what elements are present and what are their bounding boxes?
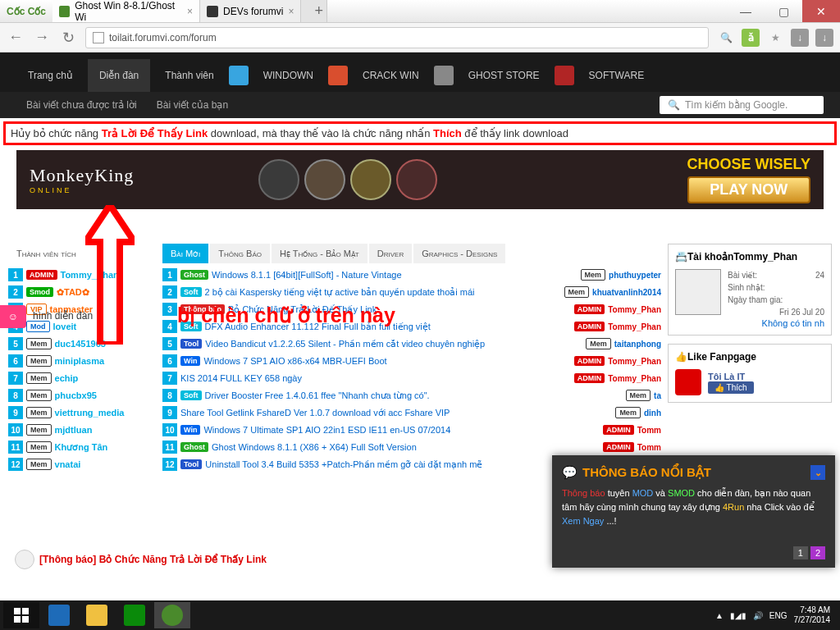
nav-ghoststore[interactable]: GHOST STORE — [457, 59, 551, 92]
nav-crackwin[interactable]: CRACK WIN — [351, 59, 431, 92]
tab-new[interactable]: Bài Mới — [162, 244, 208, 263]
topic-author[interactable]: dinh — [644, 409, 661, 418]
savior-icon[interactable]: ǎ — [742, 29, 760, 47]
new-tab-button[interactable]: + — [301, 0, 327, 22]
profile-pm[interactable]: Không có tin nh — [675, 318, 824, 328]
browser-tab-active[interactable]: Ghost Win 8-8.1/Ghost Wi × — [52, 0, 200, 22]
topic-row[interactable]: 10WinWindows 7 Ultimate SP1 AIO 22in1 ES… — [162, 422, 661, 438]
download2-icon[interactable]: ↓ — [815, 29, 833, 47]
topic-author[interactable]: Tomm — [637, 426, 661, 435]
download-icon[interactable]: ↓ — [791, 29, 809, 47]
nav-forum[interactable]: Diễn đàn — [88, 59, 150, 92]
topic-title[interactable]: Windows 7 Ultimate SP1 AIO 22in1 ESD IE1… — [203, 425, 600, 435]
topic-author[interactable]: Tommy_Phan — [608, 305, 661, 314]
member-row[interactable]: 7Memechip — [8, 370, 156, 386]
ad-banner[interactable]: MonkeyKingONLINE CHOOSE WISELYPLAY NOW — [16, 150, 824, 209]
page-1[interactable]: 1 — [793, 546, 808, 559]
bookmark-icon[interactable]: ★ — [766, 29, 784, 47]
topic-author[interactable]: Tomm — [637, 443, 661, 452]
member-row[interactable]: 8Memphucbx95 — [8, 387, 156, 404]
tab-driver[interactable]: Driver — [369, 244, 412, 263]
taskbar-explorer[interactable] — [79, 602, 115, 628]
topic-author[interactable]: ta — [654, 391, 661, 400]
topic-row[interactable]: 8SoftDriver Booster Free 1.4.0.61 ffee "… — [162, 387, 661, 404]
username[interactable]: echip — [55, 373, 79, 383]
tab-close-icon[interactable]: × — [288, 6, 294, 17]
taskbar-ie[interactable] — [41, 602, 77, 628]
topic-title[interactable]: Windows 8.1.1 [64bit][FullSoft] - Nature… — [212, 270, 578, 280]
username[interactable]: Khương Tân — [55, 442, 108, 453]
play-now-button[interactable]: PLAY NOW — [687, 176, 810, 203]
browser-tabs: Ghost Win 8-8.1/Ghost Wi × DEVs forumvi … — [52, 0, 727, 22]
topic-title[interactable]: Windows 7 SP1 AIO x86-x64 MBR-UEFI Boot — [203, 356, 570, 366]
tray-expand-icon[interactable]: ▲ — [715, 611, 724, 620]
topic-title[interactable]: Driver Booster Free 1.4.0.61 ffee "Nhanh… — [205, 390, 623, 401]
taskbar-coccoc[interactable] — [154, 602, 190, 628]
page-2[interactable]: 2 — [810, 546, 825, 559]
topic-row[interactable]: 11GhostGhost Windows 8.1.1 (X86 + X64) F… — [162, 439, 661, 455]
tab-notice[interactable]: Thông Báo — [210, 244, 270, 263]
network-icon[interactable]: ▮◢▮ — [730, 611, 746, 620]
member-row[interactable]: 10Memmjdtluan — [8, 422, 156, 438]
nav-unanswered[interactable]: Bài viết chưa được trả lời — [16, 99, 147, 111]
topic-row[interactable]: 6WinWindows 7 SP1 AIO x86-x64 MBR-UEFI B… — [162, 353, 661, 369]
members-tab[interactable]: Thành viên tích — [8, 244, 84, 263]
nav-home[interactable]: Trang chủ — [16, 59, 84, 92]
nav-members[interactable]: Thành viên — [153, 59, 225, 92]
topic-title[interactable]: KIS 2014 FULL KEY 658 ngày — [180, 373, 571, 383]
topic-author[interactable]: khuatvanlinh2014 — [592, 288, 661, 297]
member-row[interactable]: 11MemKhương Tân — [8, 439, 156, 455]
tab-system[interactable]: Hệ Thống - Bảo Mật — [272, 244, 368, 263]
topic-title[interactable]: Video Bandicut v1.2.2.65 Silent - Phần m… — [205, 339, 582, 349]
volume-icon[interactable]: 🔊 — [753, 611, 763, 620]
topic-title[interactable]: Share Tool Getlink FshareD Ver 1.0.7 dow… — [180, 408, 612, 418]
username[interactable]: mjdtluan — [55, 425, 93, 435]
username[interactable]: vnatai — [55, 459, 81, 469]
tab-close-icon[interactable]: × — [187, 6, 193, 17]
forward-button[interactable]: → — [33, 29, 51, 47]
browser-tab[interactable]: DEVs forumvi × — [200, 0, 301, 22]
topic-title[interactable]: Ghost Windows 8.1.1 (X86 + X64) Full Sof… — [212, 442, 600, 452]
tab-graphics[interactable]: Graphics - Designs — [413, 244, 505, 263]
google-search-input[interactable]: 🔍Tìm kiếm bằng Google. — [660, 96, 824, 114]
feedback-badge[interactable]: ☺ — [0, 305, 26, 328]
topic-row[interactable]: 7KIS 2014 FULL KEY 658 ngàyADMINTommy_Ph… — [162, 370, 661, 386]
topic-title[interactable]: Uninstall Tool 3.4 Build 5353 +Patch-Phầ… — [205, 459, 600, 470]
topic-title[interactable]: 2 bộ cài Kaspersky tiếng việt tự active … — [205, 287, 561, 298]
notify-collapse-button[interactable]: ⌄ — [810, 465, 825, 480]
topic-row[interactable]: 9Share Tool Getlink FshareD Ver 1.0.7 do… — [162, 404, 661, 421]
fb-like-button[interactable]: 👍 Thích — [708, 381, 754, 394]
start-button[interactable] — [3, 602, 39, 628]
close-button[interactable]: ✕ — [802, 0, 840, 22]
member-row[interactable]: 9Memviettrung_media — [8, 404, 156, 421]
reload-button[interactable]: ↻ — [59, 29, 77, 47]
topic-author[interactable]: Tommy_Phan — [608, 374, 661, 383]
username[interactable]: viettrung_media — [55, 408, 125, 418]
back-button[interactable]: ← — [7, 29, 25, 47]
search-icon[interactable]: 🔍 — [717, 29, 735, 47]
username[interactable]: miniplasma — [55, 356, 105, 366]
language-indicator[interactable]: ENG — [769, 611, 788, 620]
member-row[interactable]: 6Memminiplasma — [8, 353, 156, 369]
topic-row[interactable]: 5ToolVideo Bandicut v1.2.2.65 Silent - P… — [162, 336, 661, 352]
maximize-button[interactable]: ▢ — [765, 0, 802, 22]
topic-row[interactable]: 1GhostWindows 8.1.1 [64bit][FullSoft] - … — [162, 267, 661, 283]
topic-author[interactable]: taitanphong — [614, 340, 661, 349]
member-row[interactable]: 12Memvnatai — [8, 456, 156, 472]
nav-yourposts[interactable]: Bài viết của bạn — [147, 99, 238, 111]
username[interactable]: phucbx95 — [55, 390, 97, 400]
address-bar[interactable]: toilait.forumvi.com/forum — [85, 27, 709, 48]
topic-author[interactable]: Tommy_Phan — [608, 357, 661, 366]
nav-windown[interactable]: WINDOWN — [252, 59, 325, 92]
minimize-button[interactable]: — — [727, 0, 765, 22]
bottom-announcement[interactable]: [Thông báo] Bỏ Chức Năng Trả Lời Để Thấy… — [15, 550, 267, 569]
topic-author[interactable]: Tommy_Phan — [608, 322, 661, 331]
nav-software[interactable]: SOFTWARE — [578, 59, 656, 92]
topic-author[interactable]: phuthuypeter — [609, 271, 661, 280]
clock[interactable]: 7:48 AM 7/27/2014 — [794, 605, 831, 625]
fanpage-name[interactable]: Tôi Là IT — [708, 372, 754, 381]
username[interactable]: ✿TAD✿ — [57, 287, 89, 298]
username[interactable]: loveit — [53, 322, 77, 331]
topic-row[interactable]: 2Soft2 bộ cài Kaspersky tiếng việt tự ac… — [162, 284, 661, 300]
taskbar-store[interactable] — [116, 602, 153, 628]
